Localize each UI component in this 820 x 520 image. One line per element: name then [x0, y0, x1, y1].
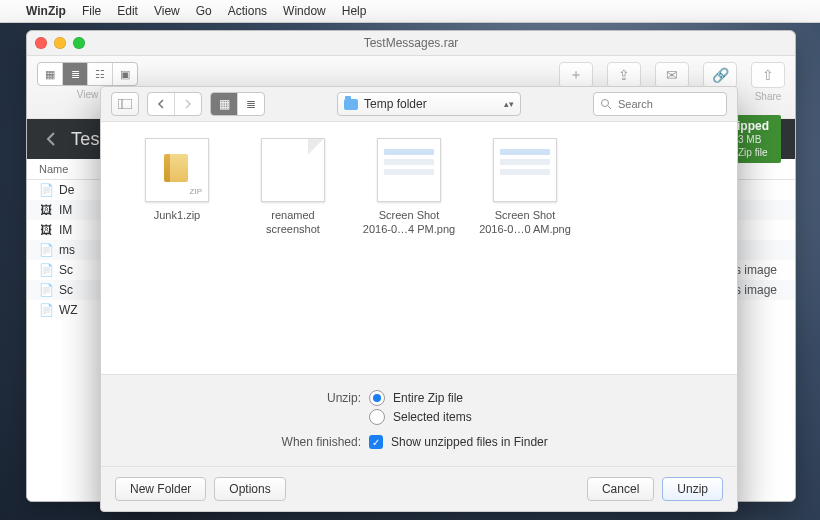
menu-help[interactable]: Help [342, 4, 367, 18]
svg-point-2 [602, 100, 609, 107]
unzip-label: Unzip: [101, 391, 361, 405]
image-icon: 🖼 [39, 203, 53, 217]
file-icon: 📄 [39, 263, 53, 277]
when-finished-label: When finished: [101, 435, 361, 449]
folder-popup-label: Temp folder [364, 97, 427, 111]
item-label: renamed [235, 208, 351, 222]
sheet-toolbar: ▦ ≣ Temp folder ▴▾ [101, 87, 737, 122]
cancel-button[interactable]: Cancel [587, 477, 654, 501]
macos-menubar: WinZip File Edit View Go Actions Window … [0, 0, 820, 23]
view-icons-icon[interactable]: ▦ [38, 63, 63, 85]
sidebar-icon [118, 99, 132, 109]
radio-entire-zip-label: Entire Zip file [393, 391, 463, 405]
unzip-icon: ⇪ [607, 62, 641, 88]
file-name: Sc [59, 283, 73, 297]
window-title: TestMessages.rar [364, 36, 459, 50]
file-icon: 📄 [39, 283, 53, 297]
radio-selected-items-label: Selected items [393, 410, 472, 424]
unzip-button[interactable]: Unzip [662, 477, 723, 501]
menu-view[interactable]: View [154, 4, 180, 18]
app-menu[interactable]: WinZip [26, 4, 66, 18]
menu-window[interactable]: Window [283, 4, 326, 18]
menu-actions[interactable]: Actions [228, 4, 267, 18]
share-icon: ⇧ [751, 62, 785, 88]
breadcrumb: Tes [71, 129, 100, 150]
unzip-sheet: ▦ ≣ Temp folder ▴▾ Junk1.zip [100, 86, 738, 512]
file-icon: 📄 [39, 303, 53, 317]
chevron-updown-icon: ▴▾ [504, 100, 514, 109]
file-name: Sc [59, 263, 73, 277]
menu-go[interactable]: Go [196, 4, 212, 18]
back-button[interactable] [148, 93, 175, 115]
back-button[interactable] [41, 129, 61, 149]
email-icon: ✉ [655, 62, 689, 88]
plus-icon: ＋ [559, 62, 593, 88]
file-name: IM [59, 223, 72, 237]
options-button[interactable]: Options [214, 477, 285, 501]
toolbar-share-label: Share [755, 91, 782, 102]
svg-rect-0 [118, 99, 132, 109]
browser-item[interactable]: Screen Shot 2016-0…4 PM.png [351, 138, 467, 237]
zip-thumbnail-icon [145, 138, 209, 202]
forward-button[interactable] [175, 93, 201, 115]
radio-selected-items[interactable] [369, 409, 385, 425]
browser-item[interactable]: Screen Shot 2016-0…0 AM.png [467, 138, 583, 237]
view-list-icon[interactable]: ≣ [63, 63, 88, 85]
view-columns-icon[interactable]: ☷ [88, 63, 113, 85]
list-view-button[interactable]: ≣ [238, 93, 264, 115]
toolbar-share[interactable]: ⇧ Share [751, 62, 785, 102]
options-area: Unzip: Entire Zip file Selected items Wh… [101, 375, 737, 466]
window-titlebar[interactable]: TestMessages.rar [27, 31, 795, 56]
file-name: De [59, 183, 74, 197]
search-field[interactable] [593, 92, 727, 116]
sidebar-toggle-button[interactable] [111, 92, 139, 116]
chevron-left-icon [157, 99, 165, 109]
svg-line-3 [608, 106, 611, 109]
file-name: WZ [59, 303, 78, 317]
browser-item[interactable]: renamed screenshot [235, 138, 351, 237]
toolbar-view-label: View [77, 89, 99, 100]
item-label-2: screenshot [235, 222, 351, 236]
close-icon[interactable] [35, 37, 47, 49]
view-gallery-icon[interactable]: ▣ [113, 63, 137, 85]
icon-view-button[interactable]: ▦ [211, 93, 238, 115]
file-browser[interactable]: Junk1.zip renamed screenshot Screen Shot… [101, 122, 737, 375]
chevron-right-icon [184, 99, 192, 109]
file-icon: 📄 [39, 243, 53, 257]
search-input[interactable] [616, 97, 700, 111]
new-folder-button[interactable]: New Folder [115, 477, 206, 501]
file-thumbnail-icon [261, 138, 325, 202]
browser-item[interactable]: Junk1.zip [119, 138, 235, 222]
link-icon: 🔗 [703, 62, 737, 88]
sheet-footer: New Folder Options Cancel Unzip [101, 466, 737, 511]
item-label: Screen Shot [467, 208, 583, 222]
minimize-icon[interactable] [54, 37, 66, 49]
file-name: IM [59, 203, 72, 217]
file-icon: 📄 [39, 183, 53, 197]
show-in-finder-checkbox[interactable]: ✓ [369, 435, 383, 449]
desktop-background: WinZip File Edit View Go Actions Window … [0, 0, 820, 520]
radio-entire-zip[interactable] [369, 390, 385, 406]
item-label-2: 2016-0…4 PM.png [351, 222, 467, 236]
browser-view-segment: ▦ ≣ [210, 92, 265, 116]
column-name[interactable]: Name [39, 163, 68, 175]
image-icon: 🖼 [39, 223, 53, 237]
chevron-left-icon [46, 132, 56, 146]
traffic-lights [35, 37, 85, 49]
screenshot-thumbnail-icon [493, 138, 557, 202]
item-label: Screen Shot [351, 208, 467, 222]
view-mode-segment[interactable]: ▦ ≣ ☷ ▣ [37, 62, 138, 86]
item-label-2: 2016-0…0 AM.png [467, 222, 583, 236]
menu-file[interactable]: File [82, 4, 101, 18]
file-name: ms [59, 243, 75, 257]
screenshot-thumbnail-icon [377, 138, 441, 202]
search-icon [600, 98, 612, 110]
show-in-finder-label: Show unzipped files in Finder [391, 435, 548, 449]
history-segment [147, 92, 202, 116]
folder-icon [344, 99, 358, 110]
fullscreen-icon[interactable] [73, 37, 85, 49]
folder-popup[interactable]: Temp folder ▴▾ [337, 92, 521, 116]
menu-edit[interactable]: Edit [117, 4, 138, 18]
item-label: Junk1.zip [119, 208, 235, 222]
